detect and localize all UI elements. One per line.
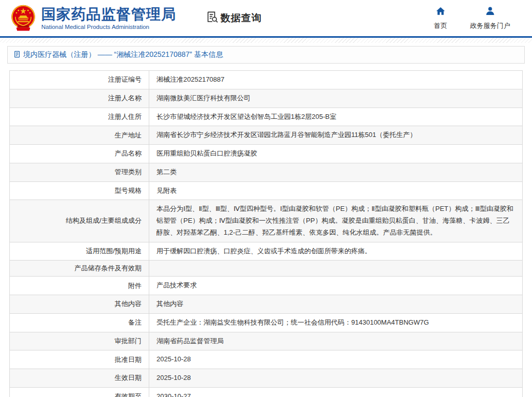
nav-service-portal-label: 政务服务门户 <box>470 21 510 30</box>
row-label: 型号规格 <box>10 181 149 200</box>
nav-home[interactable]: 首页 <box>434 6 447 30</box>
row-value: 医用重组贻贝粘蛋白口腔溃疡凝胶 <box>149 145 523 163</box>
row-value-text: 长沙市望城经济技术开发区望达创智岛工业园1栋2层205-B室 <box>157 113 336 120</box>
row-label: 注册证编号 <box>10 71 149 89</box>
row-value: 2030-10-27 <box>149 387 523 397</box>
row-label-text: 管理类别 <box>115 168 142 176</box>
site-title-en: National Medical Products Administration <box>41 24 176 30</box>
row-label: 注册人住所 <box>10 108 149 126</box>
row-value: 2025-10-28 <box>149 350 523 369</box>
row-value: 受托生产企业：湖南益安生物科技有限公司；统一社会信用代码：91430100MA4… <box>149 313 523 332</box>
row-value: 本品分为Ⅰ型、Ⅱ型、Ⅲ型、Ⅳ型四种型号。Ⅰ型由凝胶和软管（PE）构成；Ⅱ型由凝胶… <box>149 200 523 242</box>
site-title-cn: 国家药品监督管理局 <box>41 6 176 23</box>
table-row: 结构及组成/主要组成成分本品分为Ⅰ型、Ⅱ型、Ⅲ型、Ⅳ型四种型号。Ⅰ型由凝胶和软管… <box>10 200 523 242</box>
row-label-text: 附件 <box>128 282 142 289</box>
row-value: 湖南微肽美汇医疗科技有限公司 <box>149 89 523 108</box>
row-label: 结构及组成/主要组成成分 <box>10 200 149 242</box>
data-query-icon <box>206 11 218 25</box>
row-label-text: 批准日期 <box>115 356 142 363</box>
user-icon <box>485 6 495 18</box>
row-value: 湘械注准20252170887 <box>149 71 523 89</box>
row-value-text: 产品技术要求 <box>157 281 197 289</box>
decorative-stripe-band <box>0 38 532 43</box>
row-label-text: 有效期至 <box>115 392 142 397</box>
row-value: 用于缓解因口腔溃疡、口腔炎症、义齿或手术造成的创面所带来的疼痛。 <box>149 242 523 261</box>
row-label: 生效日期 <box>10 369 149 388</box>
table-row: 产品名称医用重组贻贝粘蛋白口腔溃疡凝胶 <box>10 145 523 163</box>
national-emblem-logo <box>9 4 37 33</box>
data-query-label: 数据查询 <box>221 11 262 25</box>
row-label-text: 审批部门 <box>115 337 142 345</box>
row-label: 审批部门 <box>10 332 149 350</box>
table-row: 批准日期2025-10-28 <box>10 350 523 369</box>
table-row: 有效期至2030-10-27 <box>10 387 523 397</box>
table-row: 生效日期2025-10-28 <box>10 369 523 388</box>
row-label-text: 产品储存条件及有效期 <box>74 264 142 272</box>
row-value-text: 用于缓解因口腔溃疡、口腔炎症、义齿或手术造成的创面所带来的疼痛。 <box>157 247 371 255</box>
row-value: 湖南省药品监督管理局 <box>149 332 523 350</box>
row-label-text: 注册人名称 <box>108 94 142 102</box>
row-label-text: 产品名称 <box>115 149 142 157</box>
row-value-text: 湘械注准20252170887 <box>157 75 225 83</box>
home-icon <box>435 6 446 18</box>
row-value-text: 2025-10-28 <box>157 374 191 381</box>
row-value: 2025-10-28 <box>149 369 523 388</box>
table-row: 产品储存条件及有效期 <box>10 261 523 277</box>
table-row: 适用范围/预期用途用于缓解因口腔溃疡、口腔炎症、义齿或手术造成的创面所带来的疼痛… <box>10 242 523 261</box>
row-label: 批准日期 <box>10 350 149 369</box>
row-label-text: 生产地址 <box>115 131 142 139</box>
row-label-text: 生效日期 <box>115 374 142 381</box>
nav-home-label: 首页 <box>434 21 447 30</box>
row-value-text: 湖南省长沙市宁乡经济技术开发区谐园北路蓝月谷智能制造产业园11栋501（委托生产… <box>157 131 416 139</box>
row-value-text: 医用重组贻贝粘蛋白口腔溃疡凝胶 <box>157 149 257 157</box>
breadcrumb: 境内医疗器械（注册） —— “湘械注准20252170887” 基本信息 <box>7 46 525 64</box>
row-value-text: 受托生产企业：湖南益安生物科技有限公司；统一社会信用代码：91430100MA4… <box>157 318 429 326</box>
header-nav: 首页 政务服务门户 <box>434 6 510 30</box>
row-label: 产品储存条件及有效期 <box>10 261 149 277</box>
page-title: 境内医疗器械（注册） —— “湘械注准20252170887” 基本信息 <box>23 50 223 59</box>
document-icon <box>13 51 21 59</box>
nav-service-portal[interactable]: 政务服务门户 <box>470 6 510 30</box>
row-value-text: 第二类 <box>157 168 177 176</box>
row-value-text: 湖南省药品监督管理局 <box>157 337 224 345</box>
row-value-text: 见附表 <box>157 187 177 194</box>
row-label: 适用范围/预期用途 <box>10 242 149 261</box>
row-value-text: 本品分为Ⅰ型、Ⅱ型、Ⅲ型、Ⅳ型四种型号。Ⅰ型由凝胶和软管（PE）构成；Ⅱ型由凝胶… <box>157 205 513 236</box>
table-row: 备注受托生产企业：湖南益安生物科技有限公司；统一社会信用代码：91430100M… <box>10 313 523 332</box>
row-label: 有效期至 <box>10 387 149 397</box>
table-row: 审批部门湖南省药品监督管理局 <box>10 332 523 350</box>
row-label: 产品名称 <box>10 145 149 163</box>
page: 国家药品监督管理局 National Medical Products Admi… <box>0 0 532 397</box>
data-query-tab[interactable]: 数据查询 <box>206 11 262 25</box>
row-label: 管理类别 <box>10 163 149 181</box>
row-value-text: 2025-10-28 <box>157 355 191 363</box>
table-row: 注册人名称湖南微肽美汇医疗科技有限公司 <box>10 89 523 108</box>
row-label: 注册人名称 <box>10 89 149 108</box>
row-value-text: 其他内容 <box>157 300 183 308</box>
row-value: 湖南省长沙市宁乡经济技术开发区谐园北路蓝月谷智能制造产业园11栋501（委托生产… <box>149 126 523 145</box>
row-value: 长沙市望城经济技术开发区望达创智岛工业园1栋2层205-B室 <box>149 108 523 126</box>
header-left: 国家药品监督管理局 National Medical Products Admi… <box>9 4 262 33</box>
row-value-text: 湖南微肽美汇医疗科技有限公司 <box>157 94 251 102</box>
row-value: 第二类 <box>149 163 523 181</box>
info-table-body: 注册证编号湘械注准20252170887注册人名称湖南微肽美汇医疗科技有限公司注… <box>10 71 523 397</box>
row-label-text: 备注 <box>128 318 142 326</box>
row-label-text: 型号规格 <box>115 187 142 194</box>
row-label-text: 注册人住所 <box>108 113 142 120</box>
site-header: 国家药品监督管理局 National Medical Products Admi… <box>0 0 532 36</box>
row-value-text: 2030-10-27 <box>157 392 191 397</box>
row-label-text: 结构及组成/主要组成成分 <box>66 217 142 224</box>
site-title-block: 国家药品监督管理局 National Medical Products Admi… <box>41 6 176 30</box>
table-row: 注册证编号湘械注准20252170887 <box>10 71 523 89</box>
table-row: 附件产品技术要求 <box>10 277 523 295</box>
row-label: 备注 <box>10 313 149 332</box>
row-label-text: 适用范围/预期用途 <box>86 247 142 255</box>
table-row: 其他内容其他内容 <box>10 295 523 314</box>
row-label: 附件 <box>10 277 149 295</box>
row-label-text: 其他内容 <box>115 300 142 308</box>
row-label-text: 注册证编号 <box>108 75 142 83</box>
row-value: 见附表 <box>149 181 523 200</box>
row-value: 其他内容 <box>149 295 523 314</box>
row-value: 产品技术要求 <box>149 277 523 295</box>
row-value <box>149 261 523 277</box>
